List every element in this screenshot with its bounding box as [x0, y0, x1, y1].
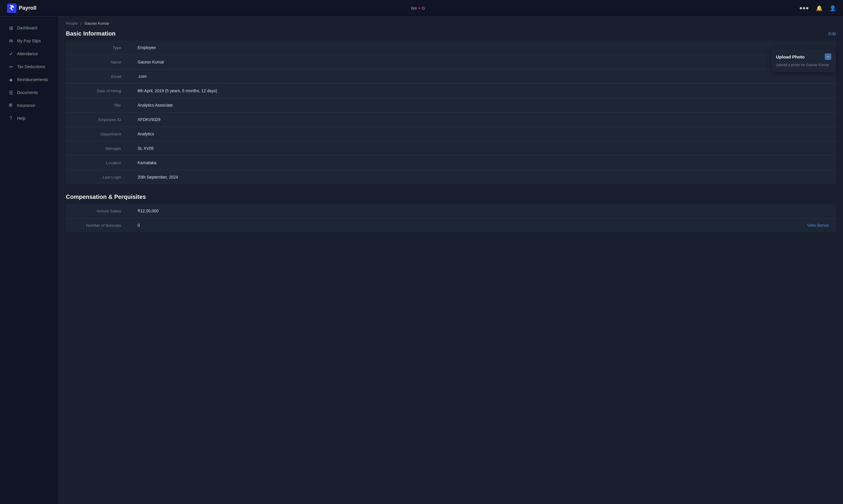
sidebar-item-label: Tax Deductions	[17, 64, 45, 69]
sidebar: ⊞ Dashboard ✉ My Pay Slips ✓ Attendance …	[0, 16, 59, 504]
field-value: 0 View Bonus	[130, 218, 836, 233]
table-row: Annual Salary ₹12,00,000	[66, 204, 836, 218]
sidebar-item-dashboard[interactable]: ⊞ Dashboard	[2, 22, 56, 34]
view-bonus-button[interactable]: View Bonus	[807, 223, 829, 228]
table-row: Number of Bonuses 0 View Bonus	[66, 218, 836, 233]
table-row: Department Analytics	[66, 127, 836, 141]
upload-card-description: Upload a photo for Gaurav Kumar	[776, 62, 831, 68]
table-row: Title Analytics Associate	[66, 98, 836, 112]
field-value: Employee	[130, 40, 836, 55]
sidebar-item-attendance[interactable]: ✓ Attendance	[2, 48, 56, 60]
sidebar-item-label: Reimbursements	[17, 77, 48, 82]
field-label: Date of Hiring	[66, 84, 130, 98]
heart-icon: ♥	[418, 6, 420, 11]
tax-deductions-icon: ✂	[8, 64, 14, 69]
field-label: Last Login	[66, 170, 130, 184]
field-value: 20th September, 2024	[130, 170, 836, 184]
sidebar-item-label: My Pay Slips	[17, 38, 41, 43]
upload-card-title: Upload Photo	[776, 54, 805, 59]
basic-info-table: Type Employee Name Gaurav Kumar Email .c…	[66, 40, 836, 184]
search-icon[interactable]: ●●●	[799, 5, 809, 11]
field-value: Analytics	[130, 127, 836, 141]
sidebar-item-label: Insurance	[17, 103, 35, 108]
topnav-center: We ♥ G	[411, 6, 425, 11]
documents-icon: ☰	[8, 90, 14, 95]
sidebar-item-label: Documents	[17, 90, 38, 95]
sidebar-item-label: Dashboard	[17, 25, 37, 30]
user-icon[interactable]: 👤	[829, 5, 836, 12]
table-row: Last Login 20th September, 2024	[66, 170, 836, 184]
table-row: Name Gaurav Kumar	[66, 55, 836, 69]
upload-card-header: Upload Photo —	[776, 53, 831, 60]
table-row: Location Karnataka	[66, 156, 836, 170]
table-row: Employee ID XFDKV9329	[66, 112, 836, 127]
main-content: People | Gaurav Kumar Basic Information …	[59, 16, 843, 504]
notification-icon[interactable]: 🔔	[816, 5, 822, 12]
sidebar-item-documents[interactable]: ☰ Documents	[2, 86, 56, 99]
compensation-title: Compensation & Perquisites	[66, 194, 146, 200]
field-value: ₹12,00,000	[130, 204, 836, 218]
field-value: 8th April, 2019 (5 years, 5 months, 12 d…	[130, 84, 836, 98]
insurance-icon: ⛨	[8, 103, 14, 108]
sidebar-item-reimbursements[interactable]: ◈ Reimbursements	[2, 73, 56, 86]
table-row: Manager SL XV05	[66, 141, 836, 156]
field-value: SL XV05	[130, 141, 836, 156]
pay-slips-icon: ✉	[8, 38, 14, 43]
field-label: Type	[66, 40, 130, 55]
logo-text: Payroll	[19, 5, 36, 11]
sidebar-item-label: Attendance	[17, 51, 38, 56]
field-label: Annual Salary	[66, 204, 130, 218]
sidebar-item-my-pay-slips[interactable]: ✉ My Pay Slips	[2, 35, 56, 47]
field-label: Email	[66, 69, 130, 84]
breadcrumb-current: Gaurav Kumar	[84, 21, 109, 25]
field-value: Analytics Associate	[130, 98, 836, 112]
breadcrumb-people-link[interactable]: People	[66, 21, 77, 25]
table-row: Type Employee	[66, 40, 836, 55]
compensation-header: Compensation & Perquisites	[66, 194, 836, 200]
field-label: Title	[66, 98, 130, 112]
topnav: Payroll We ♥ G ●●● 🔔 👤	[0, 0, 843, 16]
help-icon: ?	[8, 116, 14, 121]
compensation-section: Compensation & Perquisites Annual Salary…	[66, 194, 836, 232]
field-value: Gaurav Kumar	[130, 55, 836, 69]
basic-info-header: Basic Information Edit	[66, 30, 836, 37]
breadcrumb: People | Gaurav Kumar	[59, 16, 843, 28]
field-label: Department	[66, 127, 130, 141]
edit-button[interactable]: Edit	[828, 31, 836, 36]
topnav-left: Payroll	[7, 3, 36, 13]
compensation-table: Annual Salary ₹12,00,000 Number of Bonus…	[66, 204, 836, 232]
field-label: Employee ID	[66, 112, 130, 127]
basic-info-title: Basic Information	[66, 30, 116, 37]
upload-photo-card: Upload Photo — Upload a photo for Gaurav…	[771, 49, 836, 72]
field-value: .com	[130, 69, 836, 84]
field-label: Number of Bonuses	[66, 218, 130, 233]
sidebar-item-help[interactable]: ? Help	[2, 112, 56, 125]
dashboard-icon: ⊞	[8, 25, 14, 31]
table-row: Email .com	[66, 69, 836, 84]
sidebar-item-label: Help	[17, 116, 25, 121]
field-label: Name	[66, 55, 130, 69]
sidebar-item-insurance[interactable]: ⛨ Insurance	[2, 99, 56, 112]
field-label: Manager	[66, 141, 130, 156]
field-label: Location	[66, 156, 130, 170]
upload-card-close-button[interactable]: —	[825, 53, 831, 60]
reimbursements-icon: ◈	[8, 77, 14, 82]
basic-info-section: Basic Information Edit Type Employee Nam…	[66, 30, 836, 184]
sidebar-item-tax-deductions[interactable]: ✂ Tax Deductions	[2, 60, 56, 73]
attendance-icon: ✓	[8, 51, 14, 56]
razorpay-logo-icon	[7, 3, 16, 13]
field-value: Karnataka	[130, 156, 836, 170]
table-row: Date of Hiring 8th April, 2019 (5 years,…	[66, 84, 836, 98]
layout: ⊞ Dashboard ✉ My Pay Slips ✓ Attendance …	[0, 16, 843, 504]
topnav-right: ●●● 🔔 👤	[799, 5, 836, 12]
field-value: XFDKV9329	[130, 112, 836, 127]
